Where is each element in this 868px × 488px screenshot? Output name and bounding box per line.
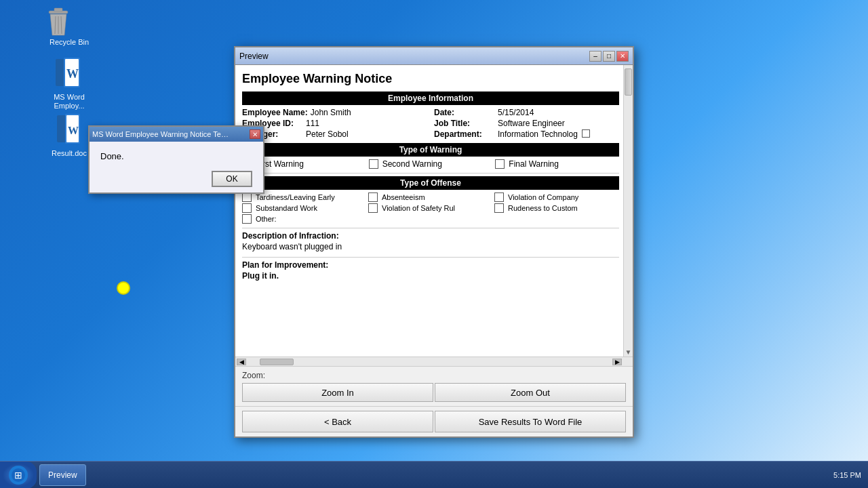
substandard-label: Substandard Work [256,204,317,212]
minimize-button[interactable]: – [589,51,601,62]
manager-value: Peter Sobol [306,129,349,139]
maximize-button[interactable]: □ [603,51,615,62]
svg-text:W: W [66,67,79,81]
window-controls: – □ ✕ [589,51,629,62]
recycle-bin-icon[interactable]: Recycle Bin [42,5,96,46]
date-label: Date: [434,108,495,117]
second-warning-checkbox[interactable] [369,159,378,169]
date-value: 5/15/2014 [498,108,534,117]
second-warning-label: Second Warning [382,159,442,169]
safety-item: Violation of Safety Rul [368,203,493,213]
employee-info-header: Employee Information [242,92,619,105]
zoom-in-button[interactable]: Zoom In [242,383,433,402]
job-title-row: Job Title: Software Engineer [434,119,619,128]
dialog-titlebar: MS Word Employee Warning Notice Tem.... … [90,127,263,142]
dialog-message: Done. [100,151,252,161]
tardiness-label: Tardiness/Leaving Early [256,193,335,201]
other-checkbox[interactable] [242,214,252,224]
final-warning-item: Final Warning [495,159,619,169]
vertical-scrollbar[interactable]: ▲ ▼ [623,65,633,357]
job-title-label: Job Title: [434,119,495,128]
dialog-title: MS Word Employee Warning Notice Tem.... [92,130,235,138]
tardiness-checkbox[interactable] [242,192,252,202]
close-button[interactable]: ✕ [616,51,629,62]
recycle-bin-label: Recycle Bin [42,38,96,46]
department-label: Department: [434,129,495,139]
divider-1 [242,173,619,174]
substandard-item: Substandard Work [242,203,367,213]
taskbar-preview-label: Preview [48,470,77,480]
scroll-down-arrow[interactable]: ▼ [624,347,633,357]
start-button[interactable]: ⊞ [0,462,37,489]
other-item: Other: [242,214,367,224]
dialog-box: MS Word Employee Warning Notice Tem.... … [88,125,264,194]
description-label: Description of Infraction: [242,231,619,241]
absenteeism-checkbox[interactable] [368,192,378,202]
safety-label: Violation of Safety Rul [382,204,455,212]
action-buttons: < Back Save Results To Word File [235,406,633,436]
window-titlebar: Preview – □ ✕ [235,47,633,65]
plan-text: Plug it in. [242,271,619,281]
taskbar-clock: 5:15 PM [833,471,861,479]
warning-type-grid: First Warning Second Warning Final Warni… [242,159,619,169]
absenteeism-item: Absenteeism [368,192,493,202]
svg-text:W: W [68,125,79,136]
taskbar-preview-item[interactable]: Preview [39,464,86,486]
zoom-section: Zoom: Zoom In Zoom Out [235,366,633,406]
offense-header: Type of Offense [242,176,619,190]
department-value: Information Technolog [498,129,578,139]
h-scroll-right[interactable]: ▶ [612,359,622,365]
dialog-close-button[interactable]: ✕ [250,129,260,139]
violation-company-item: Violation of Company [494,192,619,202]
save-button[interactable]: Save Results To Word File [435,411,626,432]
description-text: Keyboard wasn't plugged in [242,242,619,251]
desktop: Recycle Bin W MS WordEmploy... W Result.… [0,0,868,488]
zoom-out-button[interactable]: Zoom Out [435,383,626,402]
divider-3 [242,257,619,258]
second-warning-item: Second Warning [369,159,493,169]
description-section: Description of Infraction: Keyboard wasn… [242,231,619,251]
plan-label: Plan for Improvement: [242,260,619,270]
substandard-checkbox[interactable] [242,203,252,213]
zoom-label: Zoom: [242,371,626,380]
plan-section: Plan for Improvement: Plug it in. [242,260,619,281]
ms-word-icon[interactable]: W MS WordEmploy... [42,58,96,110]
taskbar: ⊞ Preview 5:15 PM [0,461,868,488]
safety-checkbox[interactable] [368,203,378,213]
clock-time: 5:15 PM [833,471,861,479]
cursor-indicator [117,281,130,295]
svg-text:⊞: ⊞ [14,470,22,481]
warning-type-header: Type of Warning [242,143,619,157]
h-scroll-left[interactable]: ◀ [237,359,246,365]
window-title: Preview [239,52,269,61]
ms-word-label: MS WordEmploy... [42,93,96,110]
rudeness-item: Rudeness to Custom [494,203,619,213]
employee-name-label: Employee Name: [242,108,308,117]
rudeness-checkbox[interactable] [494,203,504,213]
form-title: Employee Warning Notice [242,72,619,86]
absenteeism-label: Absenteeism [382,193,425,201]
back-button[interactable]: < Back [242,411,433,432]
h-scroll-thumb[interactable] [260,359,294,365]
scroll-thumb[interactable] [625,68,632,96]
violation-company-checkbox[interactable] [494,192,504,202]
dept-checkbox [582,129,590,138]
employee-info-grid: Employee Name: John Smith Date: 5/15/201… [242,108,619,139]
preview-area: Employee Warning Notice Employee Informa… [235,65,633,357]
employee-name-value: John Smith [311,108,351,117]
preview-scroll-area: Employee Warning Notice Employee Informa… [235,65,633,357]
window-content: Employee Warning Notice Employee Informa… [235,65,633,366]
other-label: Other: [256,215,277,223]
dialog-ok-button[interactable]: OK [212,171,252,187]
final-warning-label: Final Warning [509,159,559,169]
horizontal-scrollbar[interactable]: ◀ ▶ [235,357,633,366]
preview-window: Preview – □ ✕ Employee Warning Notice Em… [234,46,634,438]
final-warning-checkbox[interactable] [495,159,505,169]
employee-name-row: Employee Name: John Smith [242,108,427,117]
manager-row: Manager: Peter Sobol [242,129,427,139]
job-title-value: Software Engineer [498,119,565,128]
dialog-buttons: OK [100,171,252,187]
zoom-buttons: Zoom In Zoom Out [242,383,626,402]
dialog-content: Done. OK [90,142,263,192]
department-row: Department: Information Technolog [434,129,619,139]
